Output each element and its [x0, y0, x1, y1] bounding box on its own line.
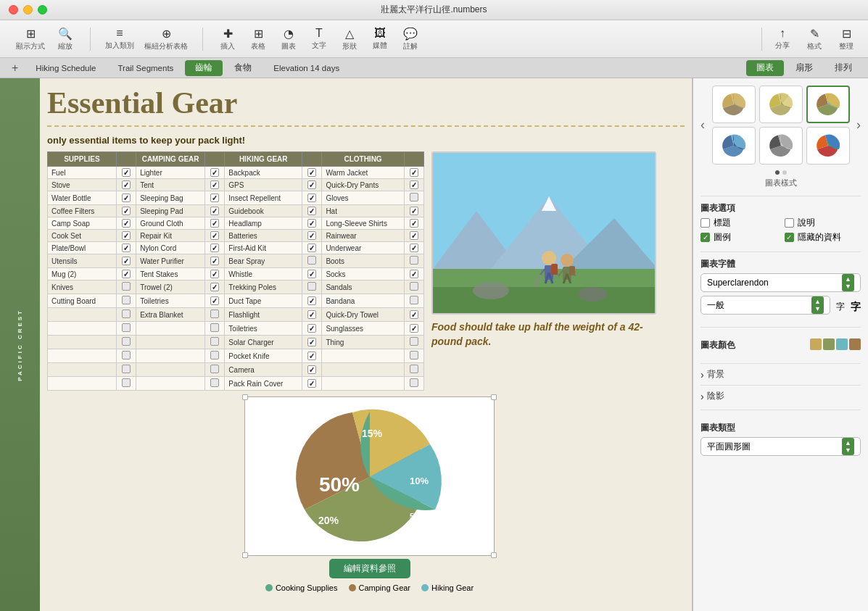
checkbox-checked[interactable]: ✓ [307, 219, 316, 228]
maximize-button[interactable] [38, 5, 47, 14]
checkbox-checked[interactable]: ✓ [410, 207, 418, 215]
cell-checkbox[interactable] [205, 377, 225, 391]
cell-checkbox[interactable]: ✓ [404, 230, 423, 242]
cell-checkbox[interactable]: ✓ [116, 242, 136, 254]
checkbox-checked[interactable]: ✓ [307, 324, 316, 333]
cell-checkbox[interactable]: ✓ [205, 242, 225, 254]
cell-checkbox[interactable]: ✓ [205, 191, 225, 205]
cell-checkbox[interactable] [404, 280, 423, 294]
checkbox-checked[interactable]: ✓ [307, 244, 316, 252]
checkbox-checked[interactable]: ✓ [210, 180, 219, 189]
checkbox-checked[interactable]: ✓ [210, 283, 219, 291]
checkbox-checked[interactable]: ✓ [210, 270, 219, 278]
checkbox-unchecked[interactable] [210, 309, 219, 318]
checkbox-unchecked[interactable] [122, 309, 131, 318]
chart-style-3[interactable] [806, 86, 850, 123]
cell-checkbox[interactable]: ✓ [205, 167, 225, 179]
checkbox-unchecked[interactable] [410, 351, 418, 359]
cell-checkbox[interactable]: ✓ [205, 294, 225, 308]
share-button[interactable]: ↑ 分享 [768, 24, 797, 54]
checkbox-unchecked[interactable] [410, 378, 418, 387]
cell-checkbox[interactable]: ✓ [205, 280, 225, 294]
checkbox-checked[interactable]: ✓ [210, 244, 219, 252]
color-swatch[interactable] [810, 338, 861, 350]
cell-checkbox[interactable] [116, 308, 136, 322]
checkbox-checked[interactable]: ✓ [307, 180, 316, 189]
checkbox-unchecked[interactable] [122, 365, 131, 373]
cell-checkbox[interactable] [404, 254, 423, 268]
cell-checkbox[interactable]: ✓ [205, 217, 225, 230]
cell-checkbox[interactable]: ✓ [116, 205, 136, 217]
tab-chart[interactable]: 圖表 [746, 60, 784, 76]
checkbox-checked[interactable]: ✓ [122, 180, 131, 189]
background-section[interactable]: 背景 [700, 363, 861, 385]
cell-checkbox[interactable] [302, 280, 322, 294]
checkbox-checked[interactable]: ✓ [307, 352, 316, 360]
cell-checkbox[interactable] [116, 363, 136, 377]
tab-fan[interactable]: 扇形 [785, 60, 823, 76]
cell-checkbox[interactable] [116, 349, 136, 363]
checkbox-unchecked[interactable] [410, 256, 418, 265]
checkbox-checked[interactable]: ✓ [410, 231, 418, 240]
checkbox-unchecked[interactable] [122, 337, 131, 346]
checkbox-unchecked[interactable] [122, 282, 131, 291]
cell-checkbox[interactable]: ✓ [302, 377, 322, 391]
tab-arrange[interactable]: 排列 [824, 60, 862, 76]
cell-checkbox[interactable] [205, 322, 225, 336]
cell-checkbox[interactable] [116, 322, 136, 336]
cell-checkbox[interactable]: ✓ [116, 230, 136, 242]
cell-checkbox[interactable] [205, 363, 225, 377]
chart-button[interactable]: ◔ 圖表 [274, 24, 303, 54]
checkbox-checked[interactable]: ✓ [210, 231, 219, 240]
cell-checkbox[interactable] [116, 280, 136, 294]
cell-checkbox[interactable]: ✓ [302, 242, 322, 254]
chart-style-4[interactable] [712, 127, 756, 165]
next-style-button[interactable]: › [856, 117, 861, 133]
chart-style-6[interactable] [806, 127, 850, 165]
checkbox-checked[interactable]: ✓ [307, 338, 316, 346]
cell-checkbox[interactable] [404, 349, 423, 363]
handle-tr[interactable] [491, 394, 497, 400]
option-description-checkbox[interactable] [785, 218, 794, 228]
checkbox-unchecked[interactable] [210, 337, 219, 346]
checkbox-checked[interactable]: ✓ [210, 257, 219, 265]
chart-style-2[interactable] [759, 86, 803, 123]
checkbox-checked[interactable]: ✓ [307, 194, 316, 202]
cell-checkbox[interactable]: ✓ [205, 179, 225, 191]
cell-checkbox[interactable]: ✓ [116, 167, 136, 179]
cell-checkbox[interactable]: ✓ [302, 217, 322, 230]
checkbox-unchecked[interactable] [410, 365, 418, 373]
checkbox-checked[interactable]: ✓ [410, 244, 418, 252]
insert-button[interactable]: ✚ 插入 [213, 24, 242, 54]
checkbox-checked[interactable]: ✓ [210, 296, 219, 305]
checkbox-unchecked[interactable] [410, 282, 418, 291]
cell-checkbox[interactable] [404, 294, 423, 308]
cell-checkbox[interactable] [404, 191, 423, 205]
chart-style-5[interactable] [759, 127, 803, 165]
cell-checkbox[interactable]: ✓ [404, 167, 423, 179]
checkbox-checked[interactable]: ✓ [410, 270, 418, 278]
cell-checkbox[interactable]: ✓ [404, 308, 423, 322]
cell-checkbox[interactable] [205, 349, 225, 363]
cell-checkbox[interactable]: ✓ [302, 336, 322, 349]
checkbox-unchecked[interactable] [307, 282, 316, 291]
display-mode-button[interactable]: ⊞ 顯示方式 [12, 24, 49, 54]
cell-checkbox[interactable]: ✓ [302, 191, 322, 205]
font-family-dropdown[interactable]: Superclarendon ▲ ▼ [700, 273, 861, 292]
cell-checkbox[interactable]: ✓ [302, 294, 322, 308]
checkbox-unchecked[interactable] [122, 296, 131, 304]
tab-trail-segments[interactable]: Trail Segments [107, 60, 183, 76]
cell-checkbox[interactable]: ✓ [205, 205, 225, 217]
cell-checkbox[interactable]: ✓ [302, 179, 322, 191]
checkbox-checked[interactable]: ✓ [410, 168, 418, 177]
checkbox-unchecked[interactable] [210, 323, 219, 332]
cell-checkbox[interactable]: ✓ [302, 308, 322, 322]
option-hidden-checkbox[interactable]: ✓ [785, 233, 794, 242]
checkbox-unchecked[interactable] [410, 337, 418, 346]
edit-data-button[interactable]: 編輯資料參照 [329, 559, 410, 578]
cell-checkbox[interactable]: ✓ [404, 205, 423, 217]
checkbox-checked[interactable]: ✓ [410, 180, 418, 189]
option-legend-checkbox[interactable]: ✓ [700, 233, 710, 242]
close-button[interactable] [9, 5, 18, 14]
cell-checkbox[interactable] [404, 377, 423, 391]
